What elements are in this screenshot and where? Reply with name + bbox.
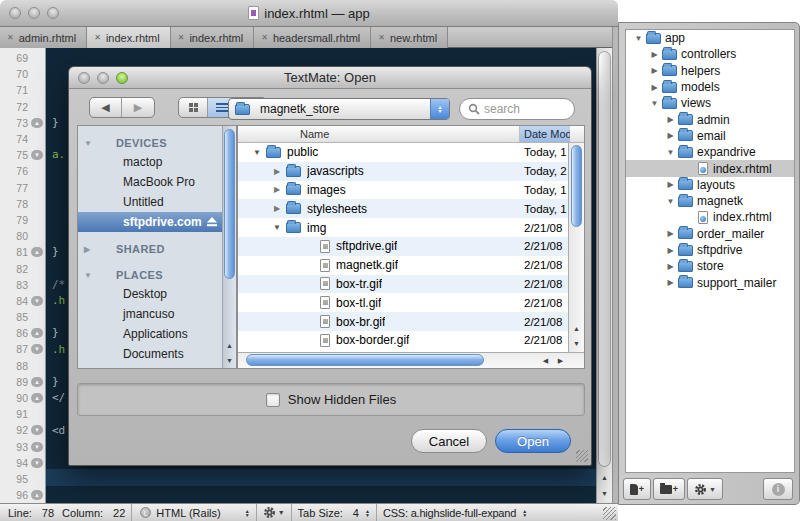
gear-icon[interactable] <box>263 506 276 519</box>
disclosure-triangle-icon[interactable] <box>252 148 262 157</box>
close-window-button[interactable] <box>9 7 21 19</box>
sidebar-row[interactable]: jmancuso <box>78 304 224 324</box>
disclosure-triangle-icon[interactable] <box>666 180 675 189</box>
file-list-horizontal-scrollbar[interactable]: ◀ ▶ <box>238 352 585 368</box>
project-tree-panel[interactable]: app controllers helpers models <box>625 29 795 473</box>
fold-icon[interactable] <box>31 247 43 257</box>
dialog-resize-grip[interactable] <box>576 450 588 462</box>
editor-tab[interactable]: headersmall.rhtml <box>254 27 371 48</box>
fold-icon[interactable] <box>31 490 43 500</box>
sftpdrive.gif[interactable]: sftpdrive.gif 2/21/08 <box>238 237 570 256</box>
zoom-window-button[interactable] <box>47 7 59 19</box>
sidebar-row[interactable]: Applications <box>78 324 224 344</box>
show-hidden-files-checkbox[interactable] <box>266 393 280 407</box>
fold-icon[interactable] <box>31 150 43 160</box>
scroll-down-icon[interactable]: ▼ <box>222 353 237 368</box>
sidebar-row[interactable]: Documents <box>78 344 224 364</box>
images[interactable]: images Today, 1 <box>238 181 570 200</box>
icon-view-button[interactable] <box>179 98 208 117</box>
eject-icon[interactable] <box>206 217 218 227</box>
box-border.gif[interactable]: box-border.gif 2/21/08 <box>238 331 570 350</box>
fold-icon[interactable] <box>31 458 43 468</box>
file-list-vertical-scrollbar[interactable]: ▲ ▼ <box>568 143 584 354</box>
scrollbar-thumb[interactable] <box>598 51 611 467</box>
disclosure-triangle-icon[interactable] <box>650 50 659 59</box>
fold-icon[interactable] <box>31 118 43 128</box>
editor-tab[interactable]: new.rhtml <box>371 27 448 48</box>
scrollbar-thumb[interactable] <box>246 354 484 366</box>
scroll-up-icon[interactable]: ▲ <box>222 338 237 353</box>
dialog-minimize-button[interactable] <box>97 72 109 84</box>
scroll-down-icon[interactable]: ▼ <box>597 486 612 501</box>
disclosure-triangle-icon[interactable] <box>650 66 659 75</box>
scrollbar-thumb[interactable] <box>571 145 582 227</box>
new-folder-button[interactable]: + <box>653 478 685 500</box>
sidebar-row[interactable]: MacBook Pro <box>78 172 224 192</box>
sidebar-scrollbar[interactable]: ▲ ▼ <box>222 126 236 369</box>
sidebar-row[interactable]: DEVICES <box>78 126 224 152</box>
fold-icon[interactable] <box>31 296 43 306</box>
disclosure-triangle-icon[interactable] <box>634 34 643 43</box>
disclosure-triangle-icon[interactable] <box>272 167 282 176</box>
magnetk.gif[interactable]: magnetk.gif 2/21/08 <box>238 256 570 275</box>
dialog-titlebar[interactable]: TextMate: Open <box>69 67 591 89</box>
stepper-icon[interactable]: ▲▼ <box>522 509 527 517</box>
sidebar-row[interactable]: mactop <box>78 152 224 172</box>
javascripts[interactable]: javascripts Today, 2 <box>238 162 570 181</box>
fold-icon[interactable] <box>31 425 43 435</box>
stepper-icon[interactable]: ▲▼ <box>245 509 250 517</box>
tree-row[interactable]: app <box>626 30 794 46</box>
editor-tab[interactable]: admin.rhtml <box>0 27 87 48</box>
disclosure-triangle-icon[interactable] <box>84 245 94 254</box>
resize-grip[interactable] <box>603 507 616 520</box>
editor-tab[interactable]: index.rhtml <box>87 27 171 48</box>
box-tl.gif[interactable]: box-tl.gif 2/21/08 <box>238 293 570 312</box>
tree-row[interactable]: magnetk <box>626 193 794 209</box>
tree-row[interactable]: helpers <box>626 63 794 79</box>
tree-row[interactable]: email <box>626 128 794 144</box>
public[interactable]: public Today, 1 <box>238 143 570 162</box>
scroll-up-icon[interactable]: ▲ <box>569 321 584 336</box>
search-input[interactable]: search <box>459 98 575 120</box>
stepper-icon[interactable]: ▲▼ <box>365 509 370 517</box>
tree-row[interactable]: order_mailer <box>626 226 794 242</box>
forward-button[interactable]: ▶ <box>122 98 154 117</box>
disclosure-triangle-icon[interactable] <box>666 246 675 255</box>
fold-icon[interactable] <box>31 328 43 338</box>
disclosure-triangle-icon[interactable] <box>272 204 282 213</box>
scroll-left-icon[interactable]: ◀ <box>538 354 553 368</box>
tab-close-icon[interactable] <box>7 33 14 42</box>
disclosure-triangle-icon[interactable] <box>272 185 282 194</box>
editor-vertical-scrollbar[interactable]: ▲ ▼ <box>596 48 612 503</box>
scroll-up-icon[interactable]: ▲ <box>597 470 612 485</box>
disclosure-triangle-icon[interactable] <box>84 139 94 148</box>
disclosure-triangle-icon[interactable] <box>666 197 675 206</box>
folder-popup-menu[interactable]: magnetk_store ▲▼ <box>228 98 450 120</box>
drawer-actions-button[interactable]: ▼ <box>687 478 723 500</box>
date-modified-column-header[interactable]: Date Mod <box>520 126 570 142</box>
minimize-window-button[interactable] <box>28 7 40 19</box>
disclosure-triangle-icon[interactable] <box>666 278 675 287</box>
disclosure-triangle-icon[interactable] <box>272 223 282 232</box>
sidebar-row[interactable]: sftpdrive.com <box>78 212 224 232</box>
tree-row[interactable]: expandrive <box>626 144 794 160</box>
dialog-close-button[interactable] <box>78 72 90 84</box>
tab-close-icon[interactable] <box>178 33 185 42</box>
tab-size-value[interactable]: 4 <box>353 507 359 519</box>
fold-icon[interactable] <box>31 393 43 403</box>
tree-row[interactable]: models <box>626 79 794 95</box>
tree-row[interactable]: index.rhtml <box>626 209 794 225</box>
tab-close-icon[interactable] <box>378 33 385 42</box>
name-column-header[interactable]: Name <box>238 126 520 142</box>
disclosure-triangle-icon[interactable] <box>666 131 675 140</box>
cancel-button[interactable]: Cancel <box>411 429 487 453</box>
gear-dropdown-icon[interactable]: ▼ <box>278 509 285 516</box>
tree-row[interactable]: views <box>626 95 794 111</box>
fold-icon[interactable] <box>31 377 43 387</box>
disclosure-triangle-icon[interactable] <box>84 271 94 280</box>
tree-row[interactable]: layouts <box>626 177 794 193</box>
editor-tab[interactable]: index.rhtml <box>171 27 255 48</box>
tree-row[interactable]: controllers <box>626 46 794 62</box>
scroll-down-icon[interactable]: ▼ <box>569 336 584 351</box>
stylesheets[interactable]: stylesheets Today, 1 <box>238 199 570 218</box>
